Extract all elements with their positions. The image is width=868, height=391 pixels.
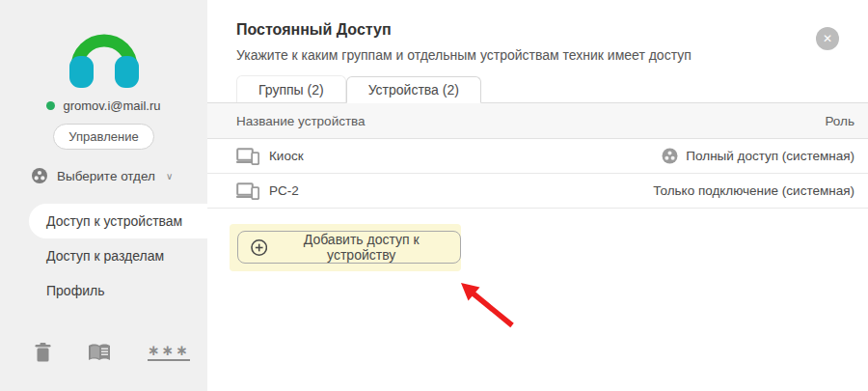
sidebar-item-profile[interactable]: Профиль: [29, 273, 207, 308]
table-row[interactable]: Киоск Полный доступ (системная): [207, 139, 868, 174]
device-role: Только подключение (системная): [653, 183, 854, 198]
column-role: Роль: [825, 114, 854, 128]
device-name: Киоск: [269, 149, 304, 163]
panel-title: Постоянный Доступ: [236, 21, 810, 39]
table-header: Название устройства Роль: [207, 103, 868, 139]
panel-subtitle: Укажите к каким группам и отдельным устр…: [236, 47, 810, 63]
device-name: PC-2: [269, 183, 299, 198]
account-email: gromov.i@mail.ru: [63, 98, 160, 113]
online-status-dot: [46, 101, 55, 110]
sidebar-item-section-access[interactable]: Доступ к разделам: [29, 238, 207, 273]
credentials-more-icon[interactable]: ∗∗∗: [148, 344, 190, 361]
table-row[interactable]: PC-2 Только подключение (системная): [207, 174, 868, 209]
plus-circle-icon: [251, 238, 267, 257]
app-logo: [0, 0, 207, 89]
permanent-access-panel: ✕ Постоянный Доступ Укажите к каким груп…: [207, 0, 868, 391]
device-icon: [236, 148, 259, 165]
app-window: gromov.i@mail.ru Управление Выберите отд…: [0, 0, 868, 391]
trash-icon[interactable]: [35, 343, 51, 362]
manage-button[interactable]: Управление: [53, 124, 153, 150]
tab-bar: Группы (2) Устройства (2): [207, 75, 868, 103]
department-selector-label: Выберите отдел: [57, 169, 155, 183]
tab-devices[interactable]: Устройства (2): [346, 76, 481, 103]
close-icon[interactable]: ✕: [816, 27, 839, 50]
device-role: Полный доступ (системная): [686, 149, 854, 163]
sidebar-item-device-access[interactable]: Доступ к устройствам: [29, 204, 207, 238]
chevron-down-icon: ∨: [166, 171, 173, 182]
add-device-access-button[interactable]: Добавить доступ к устройству: [237, 231, 461, 264]
column-device-name: Название устройства: [236, 114, 366, 128]
department-group-icon: [31, 167, 48, 184]
button-highlight: Добавить доступ к устройству: [230, 224, 461, 271]
account-row: gromov.i@mail.ru: [0, 98, 207, 113]
device-icon: [236, 182, 259, 200]
headphones-icon: [69, 23, 139, 89]
book-icon[interactable]: [88, 344, 111, 362]
add-device-access-label: Добавить доступ к устройству: [275, 232, 448, 263]
panel-header: Постоянный Доступ Укажите к каким группа…: [207, 0, 868, 63]
role-group-icon: [662, 148, 678, 164]
sidebar-bottom-toolbar: ∗∗∗: [35, 343, 190, 362]
sidebar-nav: Доступ к устройствам Доступ к разделам П…: [0, 204, 207, 308]
sidebar: gromov.i@mail.ru Управление Выберите отд…: [0, 0, 207, 391]
department-selector[interactable]: Выберите отдел ∨: [31, 167, 207, 184]
tab-groups[interactable]: Группы (2): [236, 75, 346, 102]
